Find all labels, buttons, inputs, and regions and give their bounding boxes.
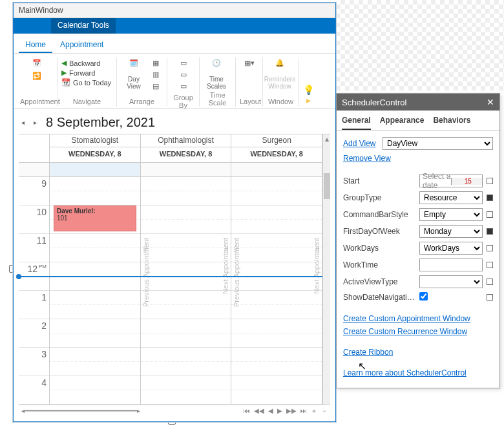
window-title: MainWindow [14, 3, 335, 18]
ribbon-group-window: Window [267, 98, 295, 105]
layout-icon[interactable]: ▦▾ [244, 59, 255, 69]
smart-tag-panel: SchedulerControl ✕ General Appearance Be… [336, 93, 500, 388]
prop-label-start: Start [343, 176, 415, 185]
day-header: WEDNESDAY, 8 [141, 147, 231, 163]
day-header: WEDNESDAY, 8 [50, 147, 140, 163]
create-custom-recurrence-link[interactable]: Create Custom Recurrence Window [343, 327, 467, 336]
group-resource-icon[interactable]: ▭ [178, 82, 189, 92]
prop-label-firstdayofweek: FirstDayOfWeek [343, 227, 415, 236]
prop-marker[interactable] [487, 245, 493, 251]
panel-close-button[interactable]: ✕ [487, 97, 494, 107]
prop-label-activeviewtype: ActiveViewType [343, 277, 415, 286]
nav-forward-button[interactable]: ▶Forward [61, 69, 95, 77]
grouptype-select[interactable]: Resource [419, 191, 483, 204]
prop-label-showdatenavigation: ShowDateNavigatio... [343, 293, 415, 302]
prop-marker[interactable] [487, 228, 493, 235]
workdays-select[interactable]: WorkDays [419, 242, 483, 255]
mouse-cursor-icon: ↖ [358, 360, 366, 372]
activeviewtype-select[interactable] [419, 275, 483, 288]
panel-tab-general[interactable]: General [342, 116, 371, 130]
ribbon-group-navigate: Navigate [61, 98, 112, 105]
day-header: WEDNESDAY, 8 [231, 147, 322, 163]
worktime-input[interactable] [419, 259, 483, 271]
ribbon-group-layout: Layout [240, 98, 258, 105]
ribbon-group-arrange: Arrange [121, 98, 163, 105]
calendar-picker-icon[interactable]: 15 [451, 178, 483, 185]
remove-view-link[interactable]: Remove View [343, 154, 391, 163]
prop-marker[interactable] [487, 211, 493, 218]
nav-backward-button[interactable]: ◀Backward [61, 59, 100, 67]
firstdayofweek-select[interactable]: Monday [419, 225, 483, 238]
new-appointment-icon[interactable]: 📅 [32, 59, 42, 69]
next-appointment-label[interactable]: Next Appointment [313, 238, 320, 294]
start-date-input[interactable]: Select a date 15 [419, 174, 483, 187]
previous-appointment-label[interactable]: Previous Appointment [233, 238, 240, 307]
panel-title: SchedulerControl [342, 98, 406, 107]
calendar-date-title: 8 September, 2021 [46, 115, 155, 130]
appointment-item[interactable]: Dave Muriel: 101 [54, 206, 136, 231]
calendar-next-button[interactable]: ▸ [34, 119, 39, 126]
resource-navigator[interactable]: ◂━━━━━━━━━━━━━━━━━━━━━━━━━━━━━▸ ⏮◀◀◀▶▶▶⏭… [19, 405, 330, 416]
new-recurring-icon[interactable]: 🔁 [32, 72, 42, 82]
ribbon-group-timescale: Time Scale [204, 91, 231, 107]
prop-marker[interactable] [487, 279, 493, 285]
ribbon-group-groupby: Group By [171, 94, 195, 109]
showdatenavigation-checkbox[interactable] [419, 292, 428, 301]
prop-marker[interactable] [487, 294, 493, 301]
group-date-icon[interactable]: ▭ [178, 70, 189, 81]
resource-header: Surgeon [231, 134, 322, 147]
current-time-indicator [19, 276, 322, 277]
nav-today-button[interactable]: 📆Go to Today [61, 78, 111, 87]
previous-appointment-label[interactable]: Previous Appointment [142, 238, 150, 307]
smart-tag-bulb-icon[interactable]: 💡▸ [303, 85, 313, 105]
prop-label-worktime: WorkTime [343, 260, 415, 269]
prop-label-grouptype: GroupType [343, 193, 415, 202]
calendar-prev-button[interactable]: ◂ [21, 119, 27, 126]
month-view-icon[interactable]: ▤ [151, 82, 161, 92]
work-week-icon[interactable]: ▦ [151, 59, 161, 69]
week-view-icon[interactable]: ▥ [151, 70, 161, 81]
prop-marker[interactable] [487, 262, 493, 268]
add-view-select[interactable]: DayView [383, 137, 493, 150]
ribbon-group-appointment: Appointment [20, 98, 53, 105]
time-ruler: 9 10 11 12PM 1 2 3 4 [19, 134, 50, 405]
resource-column-0[interactable]: Stomatologist WEDNESDAY, 8 Dave Muriel: … [50, 134, 141, 405]
next-appointment-label[interactable]: Next Appointment [222, 238, 229, 294]
ribbon-tab-appointment[interactable]: Appointment [54, 37, 110, 53]
panel-tab-appearance[interactable]: Appearance [380, 116, 425, 130]
day-view-button[interactable]: 🗓️ Day View [121, 59, 147, 90]
time-scales-button[interactable]: 🕒 Time Scales [204, 59, 229, 90]
commandbarstyle-select[interactable]: Empty [419, 208, 483, 221]
prop-label-commandbarstyle: CommandBarStyle [343, 210, 415, 219]
resource-column-2[interactable]: Surgeon WEDNESDAY, 8 |‹›| Previous Appoi… [231, 134, 322, 405]
vertical-scrollbar[interactable]: ▴ [322, 134, 330, 405]
prop-marker[interactable] [487, 178, 493, 184]
main-window: MainWindow Calendar Tools Home Appointme… [13, 3, 336, 422]
context-tab-calendar-tools[interactable]: Calendar Tools [51, 18, 116, 34]
reminders-window-button: 🔔 Reminders Window [267, 59, 293, 90]
add-view-link[interactable]: Add View [343, 139, 379, 148]
create-custom-appointment-link[interactable]: Create Custom Appointment Window [343, 314, 470, 323]
resource-header: Stomatologist [50, 134, 140, 147]
prop-marker[interactable] [487, 195, 493, 201]
ribbon-tab-home[interactable]: Home [19, 37, 52, 53]
create-ribbon-link[interactable]: Create Ribbon [343, 348, 393, 357]
prop-label-workdays: WorkDays [343, 244, 415, 253]
group-none-icon[interactable]: ▭ [178, 59, 189, 69]
panel-tab-behaviors[interactable]: Behaviors [433, 116, 470, 130]
resource-header: Ophthalmologist [141, 134, 231, 147]
resource-column-1[interactable]: Ophthalmologist WEDNESDAY, 8 |‹›| Previo… [141, 134, 232, 405]
